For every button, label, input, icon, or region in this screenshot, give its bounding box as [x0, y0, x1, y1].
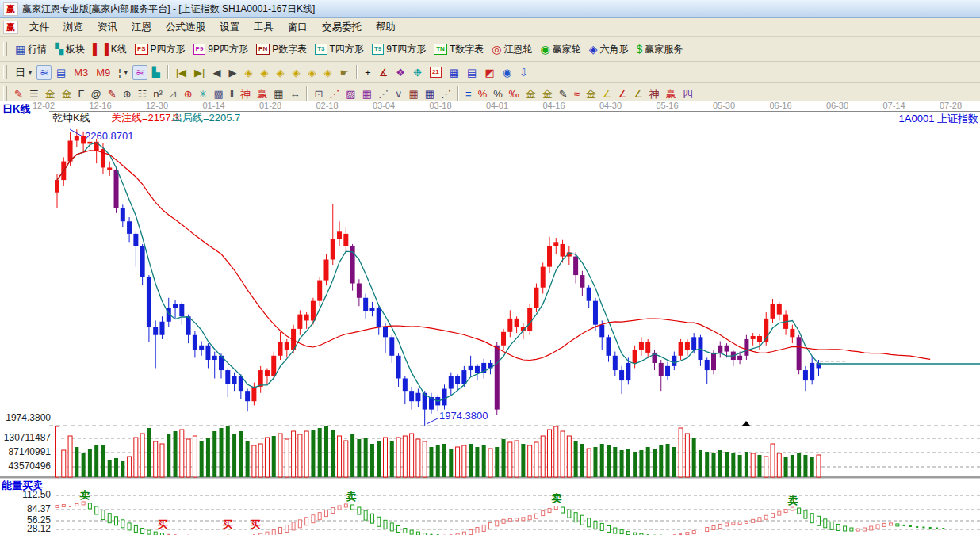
window-titlebar[interactable]: 赢 赢家江恩专业版[赢家内部服务平台] - [上证指数 SH1A0001-167…: [0, 0, 980, 18]
gann-teal-tool-button[interactable]: ❉: [410, 65, 425, 80]
shen-angle-button[interactable]: 神: [647, 87, 662, 101]
bar-pair-button[interactable]: ‖: [228, 87, 236, 101]
j-angle-button[interactable]: ∠: [600, 87, 614, 101]
t-square-button[interactable]: T3T四方形: [312, 40, 367, 59]
web-grid-button[interactable]: ▩: [211, 87, 225, 101]
candle-style-button[interactable]: ¦▾: [115, 65, 130, 80]
skip-last-button[interactable]: ▶|: [191, 65, 208, 80]
menu-gann[interactable]: 江恩: [124, 19, 159, 36]
si-angle-button[interactable]: 四: [680, 87, 695, 101]
expand-v-diamond-button[interactable]: ◈: [320, 65, 335, 80]
save-button[interactable]: ◩: [481, 65, 497, 80]
dense-grid-a-button[interactable]: ▦: [406, 87, 420, 101]
pan-left-diamond-button[interactable]: ◈: [241, 65, 255, 80]
toolbar-grip[interactable]: [3, 65, 7, 79]
quote-button[interactable]: ▦行情: [12, 40, 50, 59]
menu-file[interactable]: 文件: [22, 19, 56, 36]
menu-window[interactable]: 窗口: [281, 19, 315, 36]
gann-purple-tool-button[interactable]: ❖: [392, 65, 408, 80]
crosshair-tool-button[interactable]: +: [362, 65, 374, 80]
f-angle-button[interactable]: ∠: [615, 87, 630, 101]
fan-box-purple-button[interactable]: ▨: [343, 87, 358, 101]
percent-red-button[interactable]: %: [476, 87, 490, 101]
menu-tools[interactable]: 工具: [247, 19, 281, 36]
histogram-button[interactable]: ▙: [149, 65, 163, 80]
ying-tool-button[interactable]: 赢: [255, 87, 270, 101]
percent-line-button[interactable]: ‰: [507, 87, 522, 101]
slant-lines-button[interactable]: ⋰: [438, 87, 454, 101]
trend-toggle[interactable]: ≋: [132, 65, 147, 80]
period-day-button[interactable]: 日▾: [12, 65, 35, 80]
menu-settings[interactable]: 设置: [212, 19, 247, 36]
measure-tool-button[interactable]: ∡: [376, 65, 392, 80]
percent-button[interactable]: %: [491, 87, 505, 101]
width-arrow-button[interactable]: ↔: [287, 87, 302, 101]
fib-f-button[interactable]: F: [76, 87, 87, 101]
hand-tool-button[interactable]: ☛: [336, 65, 352, 80]
gold-circle-button[interactable]: 金: [523, 87, 538, 101]
target-button[interactable]: ⊕: [182, 87, 195, 101]
gold-slope-button[interactable]: ∠: [631, 87, 645, 101]
wave-red-button[interactable]: ≈: [572, 87, 582, 101]
step-back-button[interactable]: ◀: [209, 65, 224, 80]
gann-gold-grid-a-button[interactable]: 金: [43, 87, 58, 101]
grid-lines-button[interactable]: ☰: [27, 87, 41, 101]
zigzag-button[interactable]: ∨: [392, 87, 405, 101]
scale-chart-button[interactable]: ≡: [463, 87, 474, 101]
fan-lines-button[interactable]: ⋰: [376, 87, 391, 101]
shen-tool-button[interactable]: 神: [238, 87, 253, 101]
compress-v-diamond-button[interactable]: ◈: [304, 65, 319, 80]
expand-h-diamond-button[interactable]: ◈: [289, 65, 303, 80]
save-web-button[interactable]: ◉: [500, 65, 515, 80]
ruler-lines-button[interactable]: ☷: [136, 87, 150, 101]
qiankun-kline-toggle[interactable]: ≋: [36, 65, 52, 80]
menu-formula-stock-pick[interactable]: 公式选股: [159, 19, 212, 36]
star-web-button[interactable]: ✳: [197, 87, 210, 101]
grid-box-purple-button[interactable]: ▦: [360, 87, 374, 101]
info-panel-button[interactable]: ▤: [53, 65, 69, 80]
winner-wheel-button[interactable]: ◉赢家轮: [537, 40, 584, 59]
t-number-table-button[interactable]: TNT数字表: [431, 40, 487, 59]
step-forward-button[interactable]: ▶: [225, 65, 239, 80]
cycle-circle-button[interactable]: ⊕: [121, 87, 134, 101]
compress-h-diamond-button[interactable]: ◈: [273, 65, 287, 80]
fan-red-button[interactable]: ⋰: [327, 87, 342, 101]
nine-p-square-button[interactable]: P99P四方形: [190, 40, 251, 59]
menu-trade-order[interactable]: 交易委托: [315, 19, 369, 36]
gann-wheel-button[interactable]: ◎江恩轮: [488, 40, 535, 59]
menu-help[interactable]: 帮助: [369, 19, 403, 36]
wave3-button[interactable]: M3: [71, 65, 91, 80]
toolbar-grip[interactable]: [3, 42, 7, 56]
toolbar-grip[interactable]: [3, 86, 7, 101]
brush-black-button[interactable]: ✎: [557, 87, 570, 101]
nine-t-square-button[interactable]: T99T四方形: [369, 40, 429, 59]
gold-line-button[interactable]: 金: [540, 87, 555, 101]
menu-news[interactable]: 资讯: [90, 19, 124, 36]
ying-angle-button[interactable]: 赢: [664, 87, 679, 101]
menu-browse[interactable]: 浏览: [56, 19, 90, 36]
ruler-grid-button[interactable]: ▦: [271, 87, 285, 101]
p-number-table-button[interactable]: PNP数字表: [253, 40, 310, 59]
skip-first-button[interactable]: |◀: [173, 65, 189, 80]
calendar-button[interactable]: 21: [427, 64, 445, 79]
pan-right-diamond-button[interactable]: ◈: [257, 65, 271, 80]
sector-button[interactable]: ▚板块: [52, 40, 88, 59]
export-button[interactable]: ⇩: [516, 65, 531, 80]
hexagon-button[interactable]: ◈六角形: [586, 40, 632, 59]
brush-red-button[interactable]: ✎: [105, 87, 119, 101]
calculator-button[interactable]: ▦: [446, 65, 462, 80]
gold-angle-button[interactable]: 金: [584, 87, 599, 101]
notes-button[interactable]: ▤: [464, 65, 480, 80]
draw-pencil-button[interactable]: ✎: [12, 87, 25, 101]
box-corner-button[interactable]: ⊡: [312, 87, 325, 101]
gann-gold-grid-b-button[interactable]: 金: [59, 87, 75, 101]
chart-canvas[interactable]: 12-0212-1612-3001-1401-2802-1803-0403-18…: [0, 101, 980, 535]
dense-grid-b-button[interactable]: ▦: [423, 87, 437, 101]
spiral-button[interactable]: @: [89, 87, 104, 101]
n-square-button[interactable]: n²: [151, 87, 165, 101]
p-square-button[interactable]: PSP四方形: [132, 40, 189, 59]
wave9-button[interactable]: M9: [93, 65, 113, 80]
angle-flag-button[interactable]: ⊿: [167, 87, 180, 101]
kline-button[interactable]: ▌▐K线: [90, 40, 130, 59]
winner-service-button[interactable]: $赢家服务: [633, 40, 686, 59]
